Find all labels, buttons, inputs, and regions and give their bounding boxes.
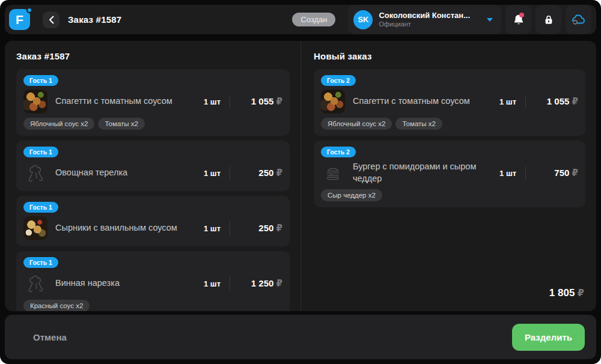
item-thumbnail [321,161,345,185]
order-item-card[interactable]: Гость 2 [314,141,585,207]
chevron-left-icon [49,16,54,24]
item-thumbnail [321,89,345,114]
chevron-down-icon [487,18,493,22]
item-quantity: 1 шт [204,169,221,178]
logo-letter: F [16,13,23,27]
page-title: Заказ #1587 [68,14,121,25]
user-name: Соколовский Констан... [379,11,470,20]
user-menu[interactable]: SK Соколовский Констан... Официант [348,5,501,34]
item-price: 250 ₽ [239,223,282,234]
modifier-tag: Красный соус x2 [23,300,90,311]
food-photo [321,89,345,114]
guest-badge: Гость 1 [23,75,58,86]
food-photo [23,89,47,114]
guest-badge: Гость 1 [23,202,58,213]
user-info: Соколовский Констан... Официант [379,11,470,29]
item-name: Овощная терелка [55,167,204,179]
item-price: 750 ₽ [535,168,578,178]
item-name: Спагетти с томатным соусом [353,96,499,108]
burger-icon [322,162,344,184]
notifications-button[interactable] [505,5,531,34]
logo-dot-icon [28,8,31,12]
qty-price-divider [525,166,526,180]
item-row: Спагетти с томатным соусом 1 шт 1 055 ₽ [23,89,282,114]
item-name: Винная нарезка [55,278,204,290]
currency-symbol: ₽ [572,168,578,178]
currency-symbol: ₽ [276,168,282,178]
currency-symbol: ₽ [572,96,578,106]
split-order-panel: Заказ #1587 Гость 1 [5,41,596,311]
order-item-card[interactable]: Гость 1 [16,69,290,136]
source-order-column: Заказ #1587 Гость 1 [5,41,300,311]
guest-badge: Гость 1 [23,147,58,157]
item-name: Спагетти с томатным соусом [55,96,204,108]
item-row: Сырники с ванильным соусом 1 шт 250 ₽ [23,216,282,240]
order-item-card[interactable]: Гость 1 [16,251,290,311]
modifier-tag: Яблочный соус x2 [23,118,94,130]
price-value: 1 055 [547,96,570,106]
qty-price-divider [230,95,230,108]
item-tags: Яблочный соус x2Томаты x2 [321,118,578,130]
item-name: Сырники с ванильным соусом [55,222,204,234]
item-row: Винная нарезка 1 шт 1 250 ₽ [23,271,282,296]
item-row: Бургер с помидорами и сыром чеддер 1 шт … [321,161,578,185]
lock-button[interactable] [535,5,561,34]
qty-price-divider [230,222,230,235]
vegetables-icon [24,162,47,184]
split-button[interactable]: Разделить [512,324,585,351]
modifier-tag: Яблочный соус x2 [321,118,392,130]
item-price: 1 055 ₽ [535,96,578,107]
back-button[interactable] [43,11,59,28]
order-item-card[interactable]: Гость 1 [16,196,290,246]
modifier-tag: Томаты x2 [98,118,144,130]
item-row: Спагетти с томатным соусом 1 шт 1 055 ₽ [321,89,578,114]
item-name: Бургер с помидорами и сыром чеддер [353,161,499,184]
qty-price-divider [230,277,230,290]
item-quantity: 1 шт [499,169,516,178]
item-tags: Яблочный соус x2Томаты x2 [23,118,282,130]
item-quantity: 1 шт [204,224,221,233]
header-bar: F Заказ #1587 Создан SK Соколовский Конс… [5,5,596,34]
modifier-tag: Томаты x2 [395,118,442,130]
guest-badge: Гость 2 [321,75,356,86]
food-photo [23,216,47,240]
source-order-items: Гость 1 [16,69,290,311]
currency-symbol: ₽ [276,278,282,288]
item-quantity: 1 шт [204,97,221,106]
total-amount: 1 805 [549,287,575,299]
item-tags: Сыр чеддер x2 [321,189,578,201]
item-price: 1 055 ₽ [239,96,282,107]
qty-price-divider [525,95,526,108]
price-value: 750 [554,168,569,178]
item-thumbnail [23,216,47,240]
cancel-button[interactable]: Отмена [33,332,67,342]
guest-badge: Гость 1 [23,257,58,268]
avatar: SK [353,10,373,29]
notification-dot-badge [519,13,524,17]
lock-icon [543,14,555,26]
price-value: 1 250 [251,278,274,288]
user-role: Официант [379,20,470,29]
order-item-card[interactable]: Гость 2 [314,69,585,136]
status-badge: Создан [292,13,335,26]
new-order-items: Гость 2 [314,69,585,207]
price-value: 1 055 [251,96,274,106]
item-tags: Красный соус x2 [23,300,282,311]
item-quantity: 1 шт [204,279,221,288]
currency-symbol: ₽ [276,96,282,106]
modifier-tag: Сыр чеддер x2 [321,189,382,201]
cloud-sync-button[interactable] [566,5,591,34]
app-window: F Заказ #1587 Создан SK Соколовский Конс… [0,0,601,364]
header-right-group: Создан SK Соколовский Констан... Официан… [292,5,591,34]
item-quantity: 1 шт [499,97,516,106]
new-order-title: Новый заказ [314,51,585,61]
order-item-card[interactable]: Гость 1 [16,141,290,191]
cloud-sync-icon [571,13,587,26]
brand-logo: F [9,9,30,30]
vegetables-icon [24,272,47,295]
item-price: 1 250 ₽ [239,278,282,289]
guest-badge: Гость 2 [321,147,356,157]
source-order-title: Заказ #1587 [16,51,290,61]
item-thumbnail [23,161,47,185]
item-thumbnail [23,271,47,296]
